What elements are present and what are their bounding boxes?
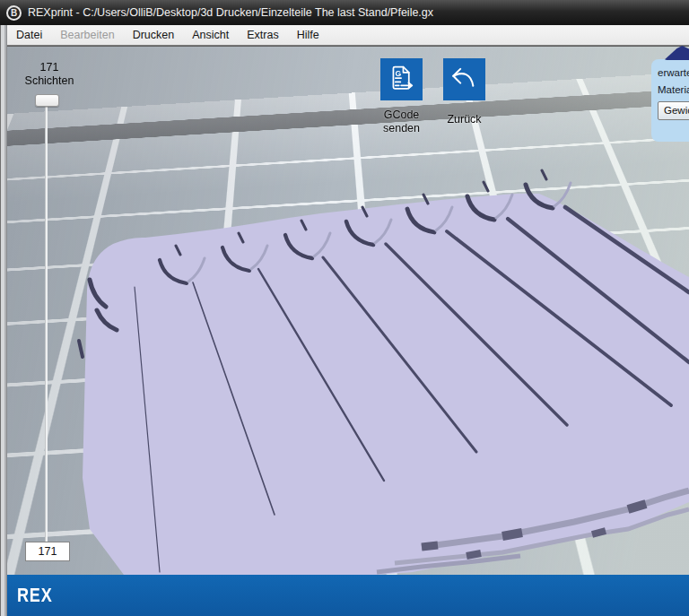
- back-arrow-icon: [448, 62, 481, 98]
- svg-text:G: G: [395, 69, 401, 78]
- window-title: REXprint - C:/Users/OlliB/Desktop/3d Dru…: [28, 6, 433, 19]
- back-button[interactable]: [443, 58, 485, 100]
- status-bar: REX: [7, 575, 689, 616]
- gcode-send-button[interactable]: G: [380, 58, 423, 100]
- title-bar: B REXprint - C:/Users/OlliB/Desktop/3d D…: [0, 0, 689, 25]
- print-info-panel: erwarte Materia Gewich: [651, 59, 689, 142]
- layer-unit: Schichten: [17, 74, 82, 88]
- material-label: Materia: [658, 84, 689, 95]
- menu-item-ansicht[interactable]: Ansicht: [183, 26, 238, 44]
- menu-item-bearbeiten: Bearbeiten: [51, 26, 123, 44]
- weight-button[interactable]: Gewich: [658, 101, 689, 120]
- gcode-send-label: GCode senden: [367, 108, 436, 134]
- layer-value-box: 171: [25, 542, 70, 561]
- layer-slider-handle[interactable]: [35, 94, 59, 107]
- menu-bar: Datei Bearbeiten Drucken Ansicht Extras …: [7, 25, 689, 46]
- menu-item-datei[interactable]: Datei: [7, 26, 51, 44]
- window-left-border: [0, 25, 7, 616]
- menu-item-extras[interactable]: Extras: [238, 26, 287, 44]
- gcode-label-line1: GCode: [367, 108, 436, 122]
- layer-count-label: 171 Schichten: [17, 61, 82, 88]
- rex-brand-label: REX: [17, 584, 53, 607]
- expected-time-label: erwarte: [658, 67, 689, 78]
- gcode-document-icon: G: [385, 62, 418, 98]
- menu-item-hilfe[interactable]: Hilfe: [288, 26, 328, 44]
- rexprint-logo-icon: B: [6, 5, 22, 21]
- gcode-label-line2: senden: [367, 122, 436, 135]
- layer-count: 171: [17, 61, 82, 74]
- model-3d-preview[interactable]: [0, 45, 689, 575]
- menu-item-drucken[interactable]: Drucken: [124, 26, 184, 44]
- back-label: Zurück: [436, 113, 493, 126]
- layer-slider-track[interactable]: [45, 105, 48, 543]
